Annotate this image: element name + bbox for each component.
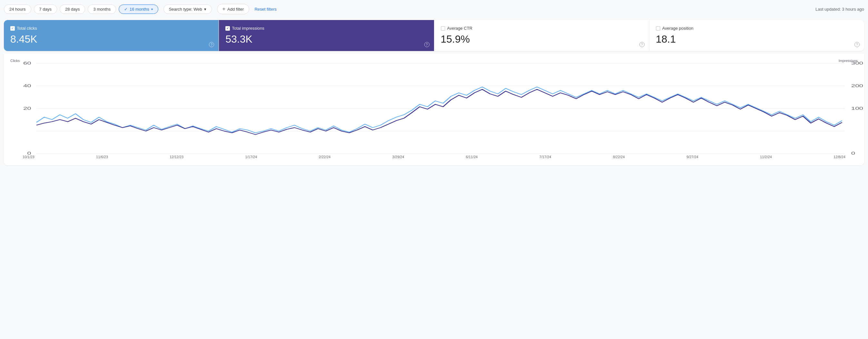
clicks-label: Total clicks <box>17 26 37 31</box>
chart-axes-labels: Clicks Impressions <box>10 59 858 63</box>
chart-wrapper: 60 40 20 0 300 200 100 0 <box>10 63 858 154</box>
filter-16m[interactable]: ✓ 16 months ▾ <box>119 4 158 14</box>
search-type-filter[interactable]: Search type: Web ▾ <box>163 4 212 14</box>
clicks-help-icon[interactable]: ? <box>209 42 214 47</box>
ctr-checkbox[interactable] <box>441 26 445 31</box>
impressions-value: 53.3K <box>225 33 427 45</box>
chart-svg: 60 40 20 0 300 200 100 0 <box>10 63 858 154</box>
last-updated-text: Last updated: 3 hours ago <box>815 7 864 11</box>
left-axis-label: Clicks <box>10 59 20 63</box>
svg-text:40: 40 <box>23 84 31 88</box>
impressions-label: Total impressions <box>232 26 264 31</box>
svg-text:200: 200 <box>851 84 863 88</box>
clicks-checkbox[interactable] <box>10 26 15 31</box>
svg-text:100: 100 <box>851 107 863 111</box>
metric-header-impressions: Total impressions <box>225 26 427 31</box>
x-label-5: 3/29/24 <box>393 155 404 159</box>
x-label-4: 2/22/24 <box>319 155 331 159</box>
top-bar: 24 hours 7 days 28 days 3 months ✓ 16 mo… <box>4 4 864 14</box>
metric-card-clicks[interactable]: Total clicks 8.45K ? <box>4 20 219 51</box>
svg-text:300: 300 <box>851 61 863 65</box>
x-label-8: 8/22/24 <box>613 155 625 159</box>
search-type-caret-icon: ▾ <box>204 7 206 11</box>
impressions-help-icon[interactable]: ? <box>424 42 430 47</box>
x-label-10: 11/2/24 <box>760 155 772 159</box>
reset-filters-button[interactable]: Reset filters <box>252 5 279 13</box>
x-label-7: 7/17/24 <box>539 155 551 159</box>
add-filter-label: Add filter <box>227 7 244 11</box>
metric-header-ctr: Average CTR <box>441 26 643 31</box>
clicks-value: 8.45K <box>10 33 212 45</box>
metric-card-position[interactable]: Average position 18.1 ? <box>649 20 864 51</box>
ctr-label: Average CTR <box>447 26 473 31</box>
svg-text:0: 0 <box>27 151 31 156</box>
filter-7d[interactable]: 7 days <box>34 4 57 14</box>
metric-card-ctr[interactable]: Average CTR 15.9% ? <box>434 20 649 51</box>
metrics-row: Total clicks 8.45K ? Total impressions 5… <box>4 20 864 51</box>
x-label-3: 1/17/24 <box>245 155 257 159</box>
position-label: Average position <box>662 26 693 31</box>
svg-text:20: 20 <box>23 107 31 111</box>
impressions-checkbox[interactable] <box>225 26 230 31</box>
ctr-help-icon[interactable]: ? <box>640 42 645 47</box>
filter-24h[interactable]: 24 hours <box>4 4 31 14</box>
chart-container: Clicks Impressions 60 40 20 0 300 200 10… <box>4 54 864 165</box>
filter-16m-label: 16 months <box>130 7 149 11</box>
x-label-1: 11/6/23 <box>96 155 108 159</box>
position-help-icon[interactable]: ? <box>855 42 860 47</box>
dropdown-caret-icon: ▾ <box>151 7 153 11</box>
svg-text:60: 60 <box>23 61 31 65</box>
checkmark-icon: ✓ <box>124 7 128 11</box>
metric-header-clicks: Total clicks <box>10 26 212 31</box>
filter-3m[interactable]: 3 months <box>88 4 116 14</box>
add-filter-button[interactable]: + Add filter <box>217 4 250 14</box>
ctr-value: 15.9% <box>441 33 643 45</box>
x-label-11: 12/8/24 <box>834 155 845 159</box>
filter-28d[interactable]: 28 days <box>60 4 86 14</box>
metric-card-impressions[interactable]: Total impressions 53.3K ? <box>219 20 434 51</box>
svg-text:0: 0 <box>851 151 855 156</box>
x-label-9: 9/27/24 <box>686 155 699 159</box>
search-type-label: Search type: Web <box>169 7 202 11</box>
x-label-6: 6/11/24 <box>466 155 478 159</box>
position-checkbox[interactable] <box>656 26 660 31</box>
x-label-2: 12/12/23 <box>169 155 183 159</box>
metric-header-position: Average position <box>656 26 858 31</box>
plus-icon: + <box>222 6 225 12</box>
position-value: 18.1 <box>656 33 858 45</box>
